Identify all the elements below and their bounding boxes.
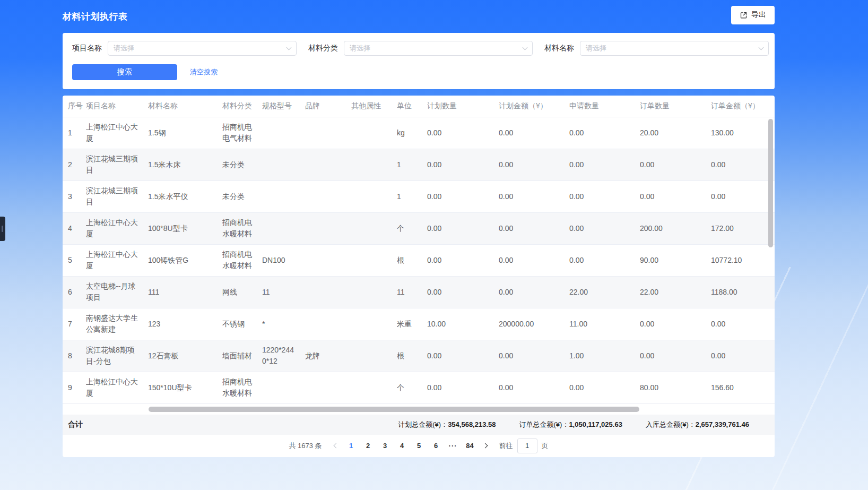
filter-field-material: 材料名称 请选择 — [544, 41, 769, 56]
page-background: 材料计划执行表 导出 项目名称 请选择 — [0, 0, 868, 490]
column-header: 序号 — [63, 96, 86, 117]
table-cell: 0.00 — [640, 149, 711, 180]
table-cell — [262, 149, 305, 180]
project-name-select[interactable]: 请选择 — [108, 41, 297, 56]
table-cell: 156.60 — [711, 372, 775, 403]
table-cell: 0.00 — [569, 149, 640, 180]
table-cell — [262, 212, 305, 244]
table-row[interactable]: 2滨江花城三期项目1.5米木床未分类10.000.000.000.000.00 — [63, 149, 775, 180]
export-button[interactable]: 导出 — [731, 6, 775, 24]
pagination-page-3[interactable]: 3 — [378, 439, 393, 453]
table-cell: 网线 — [222, 276, 262, 308]
table-cell: 9 — [63, 372, 86, 403]
summary-total-label: 合计 — [68, 420, 83, 429]
table-cell: 10.00 — [427, 308, 499, 340]
pagination-page-1[interactable]: 1 — [344, 439, 359, 453]
table-cell: 200.00 — [640, 212, 711, 244]
table-row[interactable]: 1上海松江中心大厦1.5钢招商机电电气材料kg0.000.000.0020.00… — [63, 117, 775, 149]
table-cell — [351, 340, 397, 372]
chevron-right-icon — [482, 443, 488, 449]
summary-items: 计划总金额(¥)：354,568,213.58 订单总金额(¥)：1,050,1… — [398, 420, 749, 429]
table-cell: 0.00 — [499, 244, 569, 276]
column-header: 项目名称 — [86, 96, 148, 117]
column-header: 品牌 — [305, 96, 351, 117]
material-name-label: 材料名称 — [544, 44, 574, 53]
pagination: 共 1673 条 123456···84 前往 页 — [63, 435, 775, 457]
table-cell: 墙面辅材 — [222, 340, 262, 372]
table-cell: 1.5米木床 — [148, 149, 222, 180]
table-cell: 200000.00 — [499, 308, 569, 340]
table-row[interactable]: 9上海松江中心大厦150*10U型卡招商机电水暖材料个0.000.000.008… — [63, 372, 775, 403]
column-header: 订单金额（¥） — [711, 96, 775, 117]
table-cell — [262, 180, 305, 212]
table-cell: 5 — [63, 244, 86, 276]
clear-search-link[interactable]: 清空搜索 — [190, 67, 218, 77]
column-header: 订单数量 — [640, 96, 711, 117]
material-category-label: 材料分类 — [308, 44, 338, 53]
table-cell — [351, 149, 397, 180]
table-cell: 0.00 — [569, 244, 640, 276]
table-cell: 11 — [262, 276, 305, 308]
table-cell: 0.00 — [427, 212, 499, 244]
table-cell: 0.00 — [427, 276, 499, 308]
inbound-total-amount: 入库总金额(¥)：2,657,339,761.46 — [646, 420, 749, 429]
horizontal-scrollbar-track — [63, 404, 775, 415]
table-row[interactable]: 7南钢盛达大学生公寓新建123不锈钢*米重10.00200000.0011.00… — [63, 308, 775, 340]
table-cell — [351, 117, 397, 149]
column-header: 其他属性 — [351, 96, 397, 117]
table-cell — [262, 372, 305, 403]
goto-page-input[interactable] — [517, 439, 537, 453]
order-total-amount: 订单总金额(¥)：1,050,117,025.63 — [519, 420, 622, 429]
table-cell: 0.00 — [499, 180, 569, 212]
project-name-placeholder: 请选择 — [114, 44, 134, 53]
filter-field-category: 材料分类 请选择 — [308, 41, 533, 56]
table-cell: 0.00 — [711, 308, 775, 340]
pagination-prev-button[interactable] — [329, 439, 343, 453]
material-category-placeholder: 请选择 — [350, 44, 370, 53]
pagination-page-5[interactable]: 5 — [412, 439, 427, 453]
table-cell — [351, 276, 397, 308]
table-cell — [305, 276, 351, 308]
table-row[interactable]: 5上海松江中心大厦100铸铁管G招商机电水暖材料DN100根0.000.000.… — [63, 244, 775, 276]
table-cell: 根 — [397, 340, 427, 372]
table-cell: 0.00 — [569, 117, 640, 149]
table-cell — [305, 117, 351, 149]
pagination-jumper: 前往 页 — [499, 439, 549, 453]
vertical-scrollbar[interactable] — [768, 119, 773, 247]
table-cell: * — [262, 308, 305, 340]
pagination-page-2[interactable]: 2 — [361, 439, 376, 453]
table-cell: 招商机电水暖材料 — [222, 244, 262, 276]
table-cell: 未分类 — [222, 149, 262, 180]
table-row[interactable]: 6太空电梯--月球项目111网线11110.000.0022.0022.0011… — [63, 276, 775, 308]
table-cell: 上海松江中心大厦 — [86, 117, 148, 149]
table-cell: 太空电梯--月球项目 — [86, 276, 148, 308]
table-cell: 招商机电电气材料 — [222, 117, 262, 149]
search-button[interactable]: 搜索 — [72, 64, 177, 80]
table-cell: 0.00 — [499, 149, 569, 180]
pagination-page-4[interactable]: 4 — [395, 439, 410, 453]
table-cell: 0.00 — [640, 340, 711, 372]
horizontal-scrollbar[interactable] — [149, 407, 639, 412]
table-cell: 0.00 — [640, 308, 711, 340]
pagination-page-84[interactable]: 84 — [463, 439, 478, 453]
table-cell: 1.5钢 — [148, 117, 222, 149]
filter-actions: 搜索 清空搜索 — [72, 64, 765, 80]
table-cell — [305, 244, 351, 276]
pagination-page-6[interactable]: 6 — [429, 439, 444, 453]
table-cell: 0.00 — [569, 180, 640, 212]
table-cell: 滨江花城三期项目 — [86, 149, 148, 180]
table-cell: 0.00 — [427, 180, 499, 212]
table-cell: 0.00 — [711, 180, 775, 212]
table-cell: 0.00 — [499, 212, 569, 244]
page-suffix-label: 页 — [542, 441, 549, 451]
material-name-select[interactable]: 请选择 — [580, 41, 769, 56]
content-column: 材料计划执行表 导出 项目名称 请选择 — [63, 0, 775, 457]
material-category-select[interactable]: 请选择 — [344, 41, 533, 56]
pagination-ellipsis[interactable]: ··· — [446, 439, 461, 453]
table-row[interactable]: 3滨江花城三期项目1.5米水平仪未分类10.000.000.000.000.00 — [63, 180, 775, 212]
pagination-next-button[interactable] — [479, 439, 492, 453]
table-row[interactable]: 8滨江花城8期项目-分包12石膏板墙面辅材1220*2440*12龙牌根0.00… — [63, 340, 775, 372]
table-row[interactable]: 4上海松江中心大厦100*8U型卡招商机电水暖材料个0.000.000.0020… — [63, 212, 775, 244]
sidebar-toggle-handle[interactable] — [0, 217, 5, 241]
table-cell: 1220*2440*12 — [262, 340, 305, 372]
